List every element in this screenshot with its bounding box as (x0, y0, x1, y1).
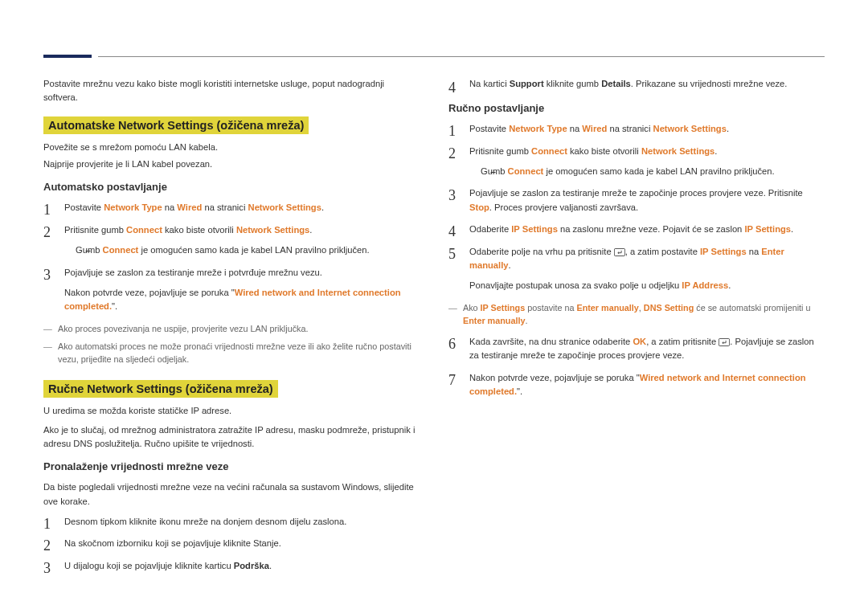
enter-icon (614, 247, 625, 257)
t: . (509, 260, 511, 270)
sec2-p1: U uredima se možda koriste statičke IP a… (43, 404, 420, 418)
t: Odaberite polje na vrhu pa pritisnite (469, 247, 614, 256)
t: na stranici (202, 202, 248, 212)
t: IP Settings (511, 224, 558, 234)
t: Gumb (481, 166, 508, 176)
t: ". (517, 386, 522, 396)
t: Wired (582, 124, 607, 133)
t: postavite na (525, 303, 576, 313)
t: ". (112, 301, 117, 311)
t: , a zatim pritisnite (646, 337, 719, 346)
t: Network Settings (641, 146, 714, 156)
t: Network Settings (653, 124, 727, 133)
t: Enter manually (576, 303, 638, 313)
t: Gumb (76, 245, 103, 255)
t: na (162, 202, 178, 212)
t: . (309, 225, 312, 235)
m-step-4: Odaberite IP Settings na zaslonu mrežne … (448, 223, 825, 236)
t: . (714, 146, 717, 156)
t: IP Settings (481, 303, 526, 313)
t: Kada završite, na dnu stranice odaberite (469, 337, 633, 346)
t: . (791, 224, 793, 234)
t: Support (510, 79, 544, 88)
t: Wired (177, 202, 202, 212)
t: IP Address (682, 280, 728, 290)
svg-rect-0 (614, 248, 624, 255)
t: na (567, 124, 583, 133)
t: U dijalogu koji se pojavljuje kliknite k… (64, 561, 234, 570)
fv-step-4: Na kartici Support kliknite gumb Details… (448, 77, 825, 91)
t: Postavite (64, 202, 104, 212)
t: , a zatim postavite (625, 247, 700, 256)
t: Connect (103, 245, 139, 255)
section1-title: Automatske Network Settings (ožičena mre… (43, 116, 309, 134)
t: . (525, 316, 527, 325)
t: DNS Setting (644, 303, 694, 313)
t: Enter manually (463, 316, 525, 325)
note-1: Ako proces povezivanja ne uspije, provje… (43, 322, 420, 335)
step-2: Pritisnite gumb Connect kako biste otvor… (43, 223, 420, 258)
t: Pritisnite gumb (469, 146, 531, 156)
note-2: Ako automatski proces ne može pronaći vr… (43, 340, 420, 366)
t: . Proces provjere valjanosti završava. (489, 202, 638, 212)
t: je omogućen samo kada je kabel LAN pravi… (138, 245, 369, 255)
sec2-p3: Da biste pogledali vrijednosti mrežne ve… (43, 480, 420, 509)
t: Connect (126, 225, 162, 235)
t: Odaberite (469, 224, 511, 234)
sub: Gumb Connect je omogućen samo kada je ka… (469, 165, 825, 178)
t: Network Type (509, 124, 567, 133)
auto-steps: Postavite Network Type na Wired na stran… (43, 201, 420, 313)
m-step-7: Nakon potvrde veze, pojavljuje se poruka… (448, 371, 825, 399)
t: na stranici (607, 124, 653, 133)
find-values-heading: Pronalaženje vrijednosti mrežne veze (43, 460, 420, 472)
section1-sub1: Povežite se s mrežom pomoću LAN kabela. (43, 141, 420, 154)
m-step-5: Odaberite polje na vrhu pa pritisnite , … (448, 245, 825, 327)
t: Nakon potvrde veze, pojavljuje se poruka… (469, 373, 640, 382)
enter-icon (719, 337, 730, 347)
intro-text: Postavite mrežnu vezu kako biste mogli k… (43, 77, 420, 105)
t: kako biste otvorili (567, 146, 641, 156)
t: na (747, 247, 762, 256)
t: je omogućen samo kada je kabel LAN pravi… (543, 166, 774, 176)
t: Na kartici (469, 79, 510, 88)
t: IP Settings (744, 224, 791, 234)
section1-sub2: Najprije provjerite je li LAN kabel pove… (43, 157, 420, 171)
t: će se automatski promijeniti u (694, 303, 810, 313)
m-step-6: Kada završite, na dnu stranice odaberite… (448, 335, 825, 363)
t: . (321, 202, 324, 212)
auto-setup-heading: Automatsko postavljanje (43, 181, 420, 193)
t: Network Type (104, 202, 162, 212)
t: na zaslonu mrežne veze. Pojavit će se za… (558, 224, 745, 234)
t: Network Settings (248, 202, 321, 212)
m-step-1: Postavite Network Type na Wired na stran… (448, 122, 825, 136)
m-step-2: Pritisnite gumb Connect kako biste otvor… (448, 145, 825, 179)
t: OK (633, 337, 646, 346)
t: Nakon potvrde veze, pojavljuje se poruka… (64, 288, 235, 297)
step-3: Pojavljuje se zaslon za testiranje mreže… (43, 266, 420, 314)
fv-step-3: U dijalogu koji se pojavljuje kliknite k… (43, 559, 420, 573)
section2-title: Ručne Network Settings (ožičena mreža) (43, 380, 278, 398)
t: . (727, 124, 729, 133)
note: Ako IP Settings postavite na Enter manua… (448, 301, 825, 327)
manual-setup-heading: Ručno postavljanje (448, 102, 825, 114)
manual-steps: Postavite Network Type na Wired na stran… (448, 122, 825, 398)
t: Pojavljuje se zaslon za testiranje mreže… (469, 188, 803, 198)
t: Pritisnite gumb (64, 225, 126, 235)
t: Details (601, 79, 631, 88)
t: Ako (463, 303, 481, 313)
t: Postavite (469, 124, 509, 133)
t: kako biste otvorili (162, 225, 236, 235)
t: Ponavljajte postupak unosa za svako polj… (469, 280, 682, 290)
sec2-p2: Ako je to slučaj, od mrežnog administrat… (43, 423, 420, 452)
t: Podrška (234, 561, 269, 570)
page-content: Postavite mrežnu vezu kako biste mogli k… (0, 0, 868, 613)
post: Ponavljajte postupak unosa za svako polj… (469, 279, 825, 292)
fv-step-2: Na skočnom izborniku koji se pojavljuje … (43, 537, 420, 550)
sub: Gumb Connect je omogućen samo kada je ka… (64, 243, 420, 257)
t: . (728, 280, 731, 290)
header-accent (43, 55, 92, 58)
m-step-3: Pojavljuje se zaslon za testiranje mreže… (448, 186, 825, 215)
t: . Prikazane su vrijednosti mrežne veze. (631, 79, 788, 88)
post: Nakon potvrde veze, pojavljuje se poruka… (64, 286, 420, 314)
t: Connect (508, 166, 544, 176)
